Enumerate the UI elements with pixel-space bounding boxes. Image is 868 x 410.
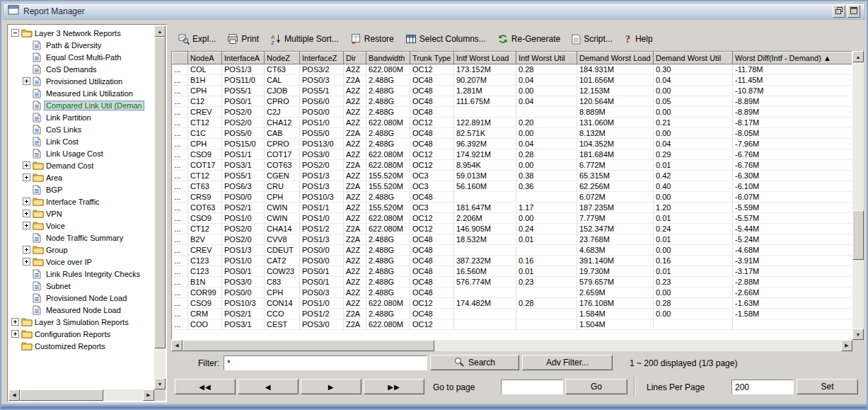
maximize-window-button[interactable] bbox=[847, 5, 860, 18]
expand-icon[interactable] bbox=[23, 222, 30, 229]
column-header-expand[interactable] bbox=[173, 52, 188, 64]
expand-icon[interactable] bbox=[23, 77, 30, 85]
scrollbar-thumb[interactable] bbox=[852, 210, 864, 260]
collapse-icon[interactable] bbox=[11, 29, 19, 37]
expand-icon[interactable] bbox=[23, 173, 30, 181]
column-header-demand-worst-load[interactable]: Demand Worst Load bbox=[577, 52, 654, 64]
tree-item-area[interactable]: Area bbox=[8, 171, 154, 183]
table-row[interactable]: ...COT17POS3/1COT63POS2/0Z2A622.080MOC12… bbox=[173, 160, 852, 171]
tree-item-customized-reports[interactable]: Customized Reports bbox=[8, 340, 154, 352]
scroll-left-button[interactable]: ◀ bbox=[171, 340, 183, 351]
scroll-down-button[interactable]: ▼ bbox=[154, 378, 166, 389]
table-row[interactable]: ...CT63POS6/3CRUPOS1/3Z2A155.520MOC356.1… bbox=[173, 181, 852, 192]
tree-item-subnet[interactable]: Subnet bbox=[8, 280, 154, 292]
go-to-page-input[interactable] bbox=[501, 380, 563, 394]
tree-horizontal-scrollbar[interactable]: ◀ ▶ bbox=[8, 389, 154, 401]
table-row[interactable]: ...CREVPOS2/0C2JPOS0/0A2Z2.488GOC488.889… bbox=[173, 107, 852, 118]
column-header-nodea[interactable]: NodeA bbox=[188, 52, 222, 64]
toolbar-button-re-generate[interactable]: Re-Generate bbox=[497, 33, 560, 45]
tree-item-compared-link-util-deman[interactable]: Compared Link Util (Deman bbox=[8, 99, 154, 111]
tree-item-vpn[interactable]: VPN bbox=[8, 207, 154, 220]
table-row[interactable]: ...CRMPOS2/1CCOPOS1/2Z2A2.488GOC481.584M… bbox=[173, 309, 852, 319]
table-row[interactable]: ...CT12POS5/1CGENPOS1/3A2Z155.520MOC359.… bbox=[173, 171, 852, 181]
adv-filter-button[interactable]: Adv Filter... bbox=[522, 355, 613, 370]
table-vertical-scrollbar[interactable]: ▲ ▼ bbox=[852, 51, 864, 340]
tree-item-configuration-reports[interactable]: Configuration Reports bbox=[8, 328, 154, 340]
last-page-button[interactable]: ▶▶ bbox=[364, 379, 424, 394]
table-horizontal-scrollbar[interactable]: ◀ ▶ bbox=[171, 340, 852, 351]
table-row[interactable]: ...C12POS0/1CPROPOS6/0A2Z2.488GOC48111.6… bbox=[173, 96, 852, 107]
expand-icon[interactable] bbox=[23, 258, 30, 266]
table-row[interactable]: ...CT12POS2/0CHA12POS1/0A2Z622.080MOC121… bbox=[173, 118, 852, 128]
tree-item-voice[interactable]: Voice bbox=[8, 220, 154, 232]
table-row[interactable]: ...CSO9POS1/1COT17POS3/0A2Z622.080MOC121… bbox=[173, 149, 852, 160]
tree-item-bgp[interactable]: BGP bbox=[8, 183, 154, 195]
column-header-intf-worst-load[interactable]: Intf Worst Load bbox=[454, 52, 516, 64]
toolbar-button-help[interactable]: ?Help bbox=[624, 33, 653, 45]
column-header-nodez[interactable]: NodeZ bbox=[265, 52, 300, 64]
table-row[interactable]: ...COOPOS3/1CESTPOS3/0Z2A622.080MOC121.5… bbox=[173, 319, 852, 330]
column-header-worst-diff-intf-demand[interactable]: Worst Diff(Intf - Demand) ▲ bbox=[733, 52, 852, 64]
tree-item-demand-cost[interactable]: Demand Cost bbox=[8, 159, 154, 171]
tree-item-measured-link-utilization[interactable]: Measured Link Utilization bbox=[8, 87, 154, 99]
tree-item-equal-cost-multi-path[interactable]: Equal Cost Multi-Path bbox=[8, 51, 154, 63]
toolbar-button-explore[interactable]: Expl... bbox=[178, 33, 216, 45]
scrollbar-thumb[interactable] bbox=[183, 340, 434, 351]
toolbar-button-print[interactable]: Print bbox=[227, 33, 259, 45]
expand-icon[interactable] bbox=[23, 161, 30, 169]
scrollbar-thumb[interactable] bbox=[154, 37, 166, 348]
column-header-interfacea[interactable]: InterfaceA bbox=[222, 52, 265, 64]
tree-item-link-cost[interactable]: Link Cost bbox=[8, 135, 154, 147]
table-row[interactable]: ...CT12POS2/0CHA14POS1/2Z2A622.080MOC121… bbox=[173, 224, 852, 234]
scroll-left-button[interactable]: ◀ bbox=[8, 389, 20, 401]
table-row[interactable]: ...CREVPOS1/3CDEUTPOS0/0A2Z2.488GOC484.6… bbox=[173, 245, 852, 256]
filter-input[interactable] bbox=[224, 355, 427, 370]
scroll-up-button[interactable]: ▲ bbox=[852, 51, 864, 62]
expand-icon[interactable] bbox=[11, 330, 19, 338]
restore-window-button[interactable] bbox=[833, 5, 845, 18]
tree-item-link-partition[interactable]: Link Partition bbox=[8, 111, 154, 123]
go-button[interactable]: Go bbox=[565, 379, 627, 394]
tree-item-provisioned-utilization[interactable]: Provisioned Utilization bbox=[8, 75, 154, 87]
toolbar-button-restore[interactable]: Restore bbox=[350, 33, 394, 45]
search-button[interactable]: Search bbox=[430, 355, 519, 370]
scroll-right-button[interactable]: ▶ bbox=[841, 340, 852, 351]
set-button[interactable]: Set bbox=[797, 379, 858, 394]
scroll-right-button[interactable]: ▶ bbox=[143, 389, 154, 401]
column-header-interfacez[interactable]: InterfaceZ bbox=[300, 52, 344, 64]
table-row[interactable]: ...C123POS1/0CAT2POS0/0A2Z2.488GOC48387.… bbox=[173, 256, 852, 266]
table-row[interactable]: ...B1NPOS3/0C83POS0/1A2Z2.488GOC48576.77… bbox=[173, 277, 852, 287]
tree-item-measured-node-load[interactable]: Measured Node Load bbox=[8, 304, 154, 316]
first-page-button[interactable]: ◀◀ bbox=[175, 379, 236, 394]
table-row[interactable]: ...B1HPOS11/0CALPOS0/3Z2A2.488GOC4890.20… bbox=[173, 75, 852, 86]
tree-item-interface-traffic[interactable]: Interface Traffic bbox=[8, 195, 154, 207]
prev-page-button[interactable]: ◀ bbox=[238, 379, 299, 394]
table-row[interactable]: ...C123POS0/1COW23POS0/1A2Z2.488GOC4816.… bbox=[173, 266, 852, 277]
column-header-trunk-type[interactable]: Trunk Type bbox=[410, 52, 454, 64]
tree-item-provisioned-node-load[interactable]: Provisioned Node Load bbox=[8, 292, 154, 304]
toolbar-button-multiple-sort[interactable]: AZMultiple Sort... bbox=[270, 33, 339, 45]
tree-item-layer-3-simulation-reports[interactable]: Layer 3 Simulation Reports bbox=[8, 316, 154, 328]
toolbar-button-select-columns[interactable]: Select Columns... bbox=[405, 33, 486, 45]
tree-item-group[interactable]: Group bbox=[8, 244, 154, 256]
table-row[interactable]: ...CRS9POS0/0CPHPOS10/3A2Z2.488GOC486.07… bbox=[173, 192, 852, 203]
column-header-demand-worst-util[interactable]: Demand Worst Util bbox=[654, 52, 733, 64]
tree-item-voice-over-ip[interactable]: Voice over IP bbox=[8, 256, 154, 268]
tree-item-link-rules-integrity-checks[interactable]: Link Rules Integrity Checks bbox=[8, 268, 154, 280]
table-row[interactable]: ...CSO9POS10/3CON14POS1/0A2Z622.080MOC12… bbox=[173, 298, 852, 309]
tree-item-node-traffic-summary[interactable]: Node Traffic Summary bbox=[8, 232, 154, 244]
table-row[interactable]: ...CPHPOS15/0CPROPOS13/0A2Z2.488GOC4896.… bbox=[173, 139, 852, 149]
table-row[interactable]: ...CPHPOS5/1CJOBPOS5/1A2Z2.488GOC481.281… bbox=[173, 86, 852, 96]
scroll-down-button[interactable]: ▼ bbox=[852, 329, 864, 340]
tree-item-cos-links[interactable]: CoS Links bbox=[8, 123, 154, 135]
column-header-bandwidth[interactable]: Bandwidth bbox=[366, 52, 410, 64]
expand-icon[interactable] bbox=[23, 198, 30, 205]
next-page-button[interactable]: ▶ bbox=[301, 379, 361, 394]
expand-icon[interactable] bbox=[11, 318, 19, 326]
table-row[interactable]: ...C1CPOS5/0CABPOS5/0Z2A2.488GOC4882.571… bbox=[173, 128, 852, 139]
table-row[interactable]: ...COLPOS1/3CT63POS3/2A2Z622.080MOC12173… bbox=[173, 64, 852, 75]
table-row[interactable]: ...COR99POS0/0CPHPOS0/3A2Z2.488GOC482.65… bbox=[173, 287, 852, 298]
tree-vertical-scrollbar[interactable]: ▲ ▼ bbox=[154, 25, 166, 389]
column-header-intf-worst-util[interactable]: Intf Worst Util bbox=[516, 52, 577, 64]
tree-item-link-usage-cost[interactable]: Link Usage Cost bbox=[8, 147, 154, 159]
